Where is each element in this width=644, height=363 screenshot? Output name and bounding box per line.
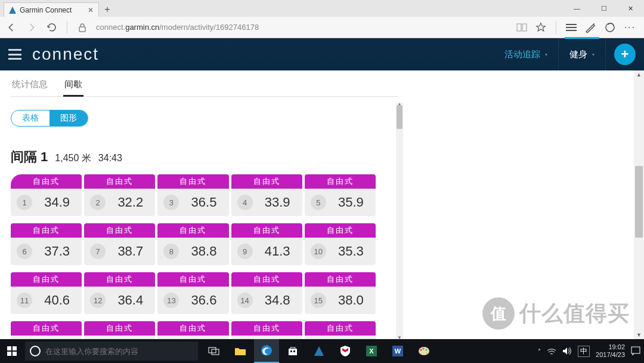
window-close-button[interactable]: ✕ (617, 0, 644, 17)
browser-tab[interactable]: Garmin Connect ✕ (4, 2, 99, 17)
card-stroke-label: 自由式 (157, 272, 228, 287)
svg-point-25 (426, 349, 428, 351)
tab-title: Garmin Connect (20, 6, 85, 14)
interval-card[interactable]: 自由式1538.0 (305, 272, 376, 314)
lap-number-badge: 13 (163, 293, 179, 308)
interval-distance: 1,450 米 (55, 152, 91, 165)
chevron-down-icon: ▾ (592, 52, 595, 57)
card-stroke-label: 自由式 (11, 272, 82, 287)
tray-up-icon[interactable]: ˄ (538, 348, 541, 355)
app-mcafee-icon[interactable] (333, 339, 358, 363)
card-stroke-label: 自由式 (157, 174, 228, 189)
page-content: 统计信息 间歇 表格 图形 间隔 1 1,450 米 34:43 自由式134.… (0, 70, 634, 339)
svg-rect-9 (13, 346, 17, 350)
tab-stats[interactable]: 统计信息 (11, 75, 49, 96)
inner-scrollbar[interactable]: ▲ ▼ (396, 103, 403, 339)
app-garmin-icon[interactable] (306, 339, 332, 363)
interval-card[interactable]: 自由式1035.3 (305, 223, 376, 265)
interval-card[interactable]: 自由式941.3 (231, 223, 302, 265)
interval-card[interactable]: 自由式838.8 (157, 223, 228, 265)
interval-card[interactable]: 自由式535.9 (305, 174, 376, 216)
window-titlebar: Garmin Connect ✕ + — ☐ ✕ (0, 0, 644, 17)
interval-card[interactable]: 自由式336.5 (157, 174, 228, 216)
interval-heading: 间隔 1 1,450 米 34:43 (11, 148, 623, 166)
taskbar-clock[interactable]: 19:02 2017/4/23 (596, 343, 625, 359)
svg-rect-12 (209, 347, 216, 353)
share-icon[interactable] (604, 22, 616, 33)
new-tab-button[interactable]: + (99, 2, 116, 17)
card-stroke-label: 自由式 (305, 174, 376, 189)
window-maximize-button[interactable]: ☐ (590, 0, 617, 17)
inner-scroll-thumb[interactable] (397, 105, 402, 129)
tab-close-icon[interactable]: ✕ (88, 6, 94, 14)
app-paint-icon[interactable] (411, 339, 436, 363)
interval-card[interactable]: 自由式637.3 (11, 223, 82, 265)
interval-card[interactable]: 自由式433.9 (231, 174, 302, 216)
interval-card[interactable]: 自由式1236.4 (84, 272, 155, 314)
start-button[interactable] (0, 346, 24, 356)
file-explorer-icon[interactable] (228, 339, 253, 363)
tab-intervals[interactable]: 间歇 (63, 75, 83, 96)
card-stroke-label: 自由式 (11, 321, 82, 336)
lap-value: 34.9 (38, 195, 76, 210)
edge-browser-icon[interactable] (254, 339, 279, 363)
interval-card[interactable]: 自由式1434.8 (231, 272, 302, 314)
app-logo[interactable]: connect (32, 45, 99, 64)
svg-rect-11 (13, 352, 17, 356)
nav-activity-tracking[interactable]: 活动追踪▾ (494, 38, 559, 70)
tray-network-icon[interactable] (547, 347, 556, 355)
lap-number-badge: 1 (17, 195, 32, 210)
interval-card[interactable]: 自由式1336.6 (157, 272, 228, 314)
svg-marker-0 (9, 7, 16, 14)
interval-card[interactable]: 自由式134.9 (11, 174, 82, 216)
action-center-icon[interactable] (631, 346, 640, 356)
tray-volume-icon[interactable] (562, 347, 572, 355)
card-stroke-label: 自由式 (84, 223, 155, 238)
add-button[interactable]: + (614, 44, 636, 65)
app-word-icon[interactable]: W (385, 339, 410, 363)
refresh-button[interactable] (45, 21, 58, 34)
chevron-down-icon: ▾ (545, 52, 547, 57)
lap-value: 38.7 (112, 244, 149, 259)
refresh-icon (47, 22, 57, 33)
interval-grid: 自由式134.9自由式232.2自由式336.5自由式433.9自由式535.9… (11, 174, 623, 363)
hamburger-menu-icon[interactable] (8, 49, 21, 60)
hub-icon[interactable] (566, 23, 577, 32)
address-bar[interactable]: connect.garmin.cn/modern/activity/169274… (96, 23, 509, 32)
toggle-table[interactable]: 表格 (11, 110, 49, 126)
app-excel-icon[interactable]: X (359, 339, 384, 363)
back-button[interactable] (5, 21, 18, 34)
nav-fitness[interactable]: 健身▾ (559, 38, 606, 70)
store-icon[interactable] (280, 339, 305, 363)
window-minimize-button[interactable]: — (564, 0, 590, 17)
interval-card[interactable]: 自由式232.2 (84, 174, 155, 216)
notes-icon[interactable] (585, 22, 596, 33)
tray-ime-icon[interactable]: 中 (578, 346, 590, 357)
svg-rect-1 (79, 27, 85, 32)
url-path: /modern/activity/1692746178 (159, 23, 259, 32)
lap-value: 40.6 (38, 293, 76, 308)
lap-number-badge: 14 (237, 293, 253, 308)
interval-row: 自由式134.9自由式232.2自由式336.5自由式433.9自由式535.9 (11, 174, 376, 216)
page-scroll-thumb[interactable] (635, 166, 643, 238)
more-icon[interactable]: ··· (624, 22, 636, 33)
lap-value: 32.2 (112, 195, 149, 210)
interval-card[interactable]: 自由式738.7 (84, 223, 155, 265)
forward-button[interactable] (25, 21, 38, 34)
scroll-down-icon: ▼ (634, 332, 644, 338)
task-view-button[interactable] (202, 339, 227, 363)
lap-value: 34.8 (259, 293, 296, 308)
lap-number-badge: 4 (237, 195, 253, 210)
taskbar-search[interactable] (25, 342, 198, 361)
card-stroke-label: 自由式 (305, 223, 376, 238)
page-scrollbar[interactable]: ▲ ▼ (634, 70, 644, 339)
svg-rect-8 (7, 346, 11, 350)
interval-card[interactable]: 自由式1140.6 (11, 272, 82, 314)
reading-view-icon[interactable] (516, 23, 527, 32)
favorite-icon[interactable] (535, 22, 546, 33)
taskbar-search-input[interactable] (45, 347, 193, 356)
toggle-chart[interactable]: 图形 (49, 110, 88, 126)
site-lock-icon[interactable] (76, 21, 89, 34)
card-stroke-label: 自由式 (305, 321, 376, 336)
svg-rect-3 (522, 24, 527, 31)
